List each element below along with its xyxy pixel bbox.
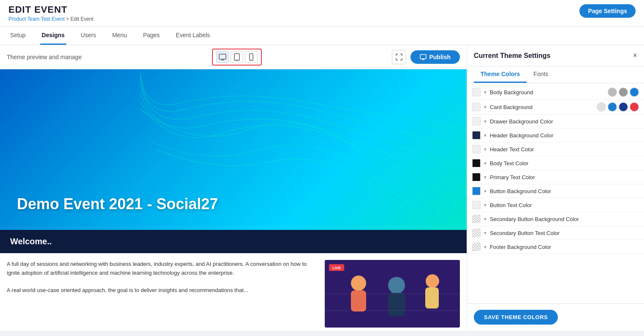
- chevron-header-text[interactable]: ▼: [483, 147, 487, 152]
- swatch-drawer-background[interactable]: [472, 117, 481, 126]
- top-bar: EDIT EVENT Product Team Test Event > Edi…: [0, 0, 644, 27]
- swatch-footer-background[interactable]: [472, 243, 481, 251]
- chevron-button-background[interactable]: ▼: [483, 189, 487, 194]
- breadcrumb-sep: >: [66, 16, 70, 22]
- swatch-card-2[interactable]: [608, 102, 617, 112]
- color-row-button-text: ▼ Button Text Color: [467, 198, 644, 212]
- color-row-header-background: ▼ Header Background Color: [467, 128, 644, 142]
- tablet-view-button[interactable]: [231, 51, 243, 63]
- event-image-svg: LIVE: [325, 260, 460, 328]
- tab-menu[interactable]: Menu: [111, 27, 129, 45]
- right-panel: Current Theme Settings × Theme Colors Fo…: [467, 45, 644, 331]
- swatch-option-1[interactable]: [608, 87, 617, 97]
- content-text: A full day of sessions and networking wi…: [7, 260, 318, 328]
- chevron-drawer-background[interactable]: ▼: [483, 119, 487, 124]
- color-row-secondary-button-background: ▼ Secondary Button Background Color: [467, 212, 644, 226]
- content-image: LIVE: [325, 260, 460, 328]
- tab-users[interactable]: Users: [79, 27, 98, 45]
- svg-rect-0: [219, 54, 226, 59]
- main-area: Theme preview and manage Publish: [0, 45, 644, 331]
- swatch-header-text[interactable]: [472, 145, 481, 153]
- color-row-header-text: ▼ Header Text Color: [467, 142, 644, 156]
- device-toggles: [212, 49, 262, 66]
- swatch-option-3[interactable]: [630, 87, 639, 97]
- label-primary-text: Primary Text Color: [490, 174, 639, 180]
- svg-point-4: [236, 59, 237, 60]
- label-header-background: Header Background Color: [490, 132, 639, 139]
- publish-button[interactable]: Publish: [410, 50, 460, 64]
- svg-point-13: [351, 276, 366, 291]
- chevron-header-background[interactable]: ▼: [483, 133, 487, 138]
- swatch-card-4[interactable]: [630, 102, 639, 112]
- chevron-secondary-button-background[interactable]: ▼: [483, 217, 487, 221]
- color-row-footer-background: ▼ Footer Background Color: [467, 240, 644, 254]
- nav-tabs: Setup Designs Users Menu Pages Event Lab…: [0, 27, 644, 45]
- label-body-background: Body Background: [490, 89, 605, 96]
- panel-tabs: Theme Colors Fonts: [467, 66, 644, 83]
- monitor-icon: [219, 53, 226, 61]
- tab-event-labels[interactable]: Event Labels: [174, 27, 212, 45]
- swatch-button-background[interactable]: [472, 187, 481, 195]
- save-theme-colors-button[interactable]: SAVE THEME COLORS: [474, 310, 558, 325]
- preview-toolbar: Theme preview and manage Publish: [0, 45, 467, 69]
- label-header-text: Header Text Color: [490, 146, 639, 153]
- tab-setup[interactable]: Setup: [8, 27, 27, 45]
- tab-pages[interactable]: Pages: [141, 27, 162, 45]
- chevron-footer-background[interactable]: ▼: [483, 245, 487, 249]
- chevron-card-background[interactable]: ▼: [483, 105, 487, 109]
- color-list: ▼ Body Background ▼ Card Background: [467, 83, 644, 303]
- swatch-body-text[interactable]: [472, 159, 481, 167]
- mobile-view-button[interactable]: [245, 51, 258, 63]
- fullscreen-icon: [396, 54, 402, 60]
- content-section: A full day of sessions and networking wi…: [0, 253, 467, 331]
- swatch-secondary-button-background[interactable]: [472, 215, 481, 223]
- swatch-button-text[interactable]: [472, 201, 481, 209]
- swatch-header-background[interactable]: [472, 131, 481, 139]
- swatch-secondary-button-text[interactable]: [472, 229, 481, 237]
- preview-area: Theme preview and manage Publish: [0, 45, 467, 331]
- panel-close-button[interactable]: ×: [633, 51, 637, 60]
- page-settings-button[interactable]: Page Settings: [579, 4, 636, 18]
- label-secondary-button-text: Secondary Button Text Color: [490, 230, 639, 236]
- panel-title: Current Theme Settings: [474, 52, 550, 60]
- swatch-card-3[interactable]: [619, 102, 628, 112]
- chevron-body-background[interactable]: ▼: [483, 90, 487, 95]
- fullscreen-button[interactable]: [392, 50, 406, 64]
- swatch-body-background[interactable]: [472, 88, 481, 96]
- body-text-2: A real world use-case oriented approach,…: [7, 286, 318, 295]
- swatch-card-background[interactable]: [472, 103, 481, 111]
- label-drawer-background: Drawer Background Color: [490, 118, 639, 125]
- swatch-card-1[interactable]: [597, 102, 606, 112]
- swatch-option-2[interactable]: [619, 87, 628, 97]
- svg-point-17: [426, 274, 439, 288]
- tab-designs[interactable]: Designs: [40, 27, 66, 45]
- label-button-text: Button Text Color: [490, 202, 639, 208]
- label-card-background: Card Background: [490, 104, 594, 110]
- publish-label: Publish: [429, 54, 451, 60]
- chevron-body-text[interactable]: ▼: [483, 161, 487, 166]
- panel-tab-fonts[interactable]: Fonts: [527, 66, 555, 83]
- color-row-button-background: ▼ Button Background Color: [467, 184, 644, 198]
- page-title: EDIT EVENT: [8, 4, 93, 15]
- chevron-primary-text[interactable]: ▼: [483, 175, 487, 180]
- body-text-1: A full day of sessions and networking wi…: [7, 260, 318, 278]
- panel-header: Current Theme Settings ×: [467, 45, 644, 66]
- chevron-button-text[interactable]: ▼: [483, 203, 487, 208]
- svg-rect-7: [420, 55, 426, 59]
- svg-rect-16: [388, 293, 405, 316]
- swatches-body-background: [608, 87, 639, 97]
- color-row-drawer-background: ▼ Drawer Background Color: [467, 115, 644, 128]
- color-row-body-background: ▼ Body Background: [467, 85, 644, 100]
- save-btn-container: SAVE THEME COLORS: [467, 303, 644, 331]
- mobile-icon: [247, 53, 255, 61]
- breadcrumb-current: Edit Event: [71, 16, 94, 22]
- chevron-secondary-button-text[interactable]: ▼: [483, 231, 487, 235]
- swatch-primary-text[interactable]: [472, 173, 481, 181]
- swatches-card-background: [597, 102, 639, 112]
- svg-text:LIVE: LIVE: [332, 266, 341, 270]
- desktop-view-button[interactable]: [216, 51, 229, 63]
- breadcrumb-link[interactable]: Product Team Test Event: [8, 16, 65, 22]
- panel-tab-theme-colors[interactable]: Theme Colors: [474, 66, 527, 83]
- color-row-card-background: ▼ Card Background: [467, 100, 644, 115]
- preview-label: Theme preview and manage: [7, 54, 82, 60]
